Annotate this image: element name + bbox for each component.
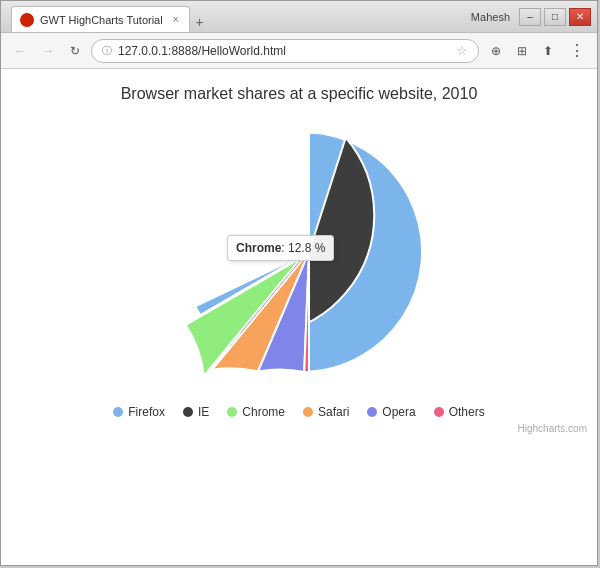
tooltip-value: 12.8 %: [288, 241, 325, 255]
bookmark-icon[interactable]: ☆: [456, 43, 468, 58]
legend-dot-firefox: [113, 407, 123, 417]
legend-dot-ie: [183, 407, 193, 417]
legend-item-chrome[interactable]: Chrome: [227, 405, 285, 419]
legend-dot-chrome: [227, 407, 237, 417]
legend-item-opera[interactable]: Opera: [367, 405, 415, 419]
url-text: 127.0.0.1:8888/HelloWorld.html: [118, 44, 450, 58]
legend-label-opera: Opera: [382, 405, 415, 419]
toolbar-icons: ⊕ ⊞ ⬆: [485, 40, 559, 62]
window-controls: Mahesh – □ ✕: [471, 8, 591, 26]
lock-icon: ⓘ: [102, 44, 112, 58]
legend-item-safari[interactable]: Safari: [303, 405, 349, 419]
tab-area: GWT HighCharts Tutorial × +: [7, 1, 467, 32]
close-button[interactable]: ✕: [569, 8, 591, 26]
legend-item-others[interactable]: Others: [434, 405, 485, 419]
browser-window: GWT HighCharts Tutorial × + Mahesh – □ ✕…: [0, 0, 598, 566]
legend-label-ie: IE: [198, 405, 209, 419]
refresh-button[interactable]: ↻: [65, 41, 85, 61]
minimize-button[interactable]: –: [519, 8, 541, 26]
extension-icon-1[interactable]: ⊕: [485, 40, 507, 62]
tab-close-button[interactable]: ×: [173, 14, 179, 25]
highcharts-credit: Highcharts.com: [518, 423, 587, 434]
extension-icon-3[interactable]: ⬆: [537, 40, 559, 62]
new-tab-button[interactable]: +: [190, 12, 210, 32]
chart-legend: Firefox IE Chrome Safari Opera Others: [113, 405, 484, 419]
legend-label-chrome: Chrome: [242, 405, 285, 419]
legend-label-safari: Safari: [318, 405, 349, 419]
tab-label: GWT HighCharts Tutorial: [40, 14, 163, 26]
chart-tooltip: Chrome: 12.8 %: [227, 235, 334, 261]
active-tab[interactable]: GWT HighCharts Tutorial ×: [11, 6, 190, 32]
tooltip-label: Chrome: [236, 241, 281, 255]
more-options-button[interactable]: ⋮: [565, 41, 589, 60]
url-bar[interactable]: ⓘ 127.0.0.1:8888/HelloWorld.html ☆: [91, 39, 479, 63]
legend-label-firefox: Firefox: [128, 405, 165, 419]
legend-dot-safari: [303, 407, 313, 417]
chart-area: Chrome: 12.8 %: [89, 117, 509, 397]
chart-title: Browser market shares at a specific webs…: [121, 85, 478, 103]
extension-icon-2[interactable]: ⊞: [511, 40, 533, 62]
title-bar: GWT HighCharts Tutorial × + Mahesh – □ ✕: [1, 1, 597, 33]
legend-item-firefox[interactable]: Firefox: [113, 405, 165, 419]
back-button[interactable]: ←: [9, 40, 31, 62]
maximize-button[interactable]: □: [544, 8, 566, 26]
legend-dot-others: [434, 407, 444, 417]
tab-favicon: [20, 13, 34, 27]
main-content: Browser market shares at a specific webs…: [1, 69, 597, 565]
user-label: Mahesh: [471, 11, 510, 23]
address-bar: ← → ↻ ⓘ 127.0.0.1:8888/HelloWorld.html ☆…: [1, 33, 597, 69]
legend-item-ie[interactable]: IE: [183, 405, 209, 419]
legend-label-others: Others: [449, 405, 485, 419]
forward-button[interactable]: →: [37, 40, 59, 62]
legend-dot-opera: [367, 407, 377, 417]
